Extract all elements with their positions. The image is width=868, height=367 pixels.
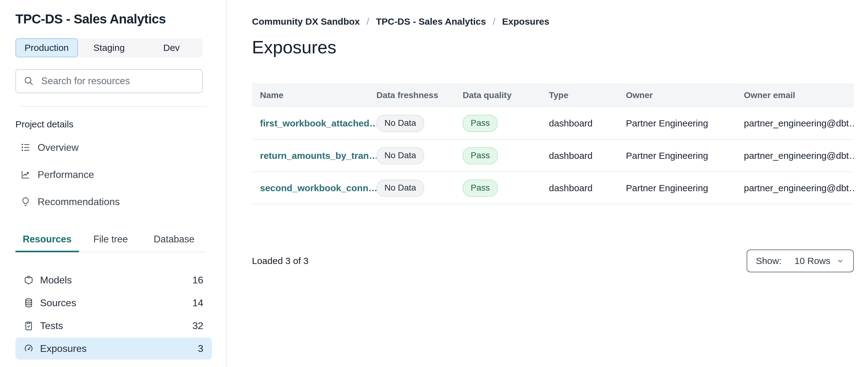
gauge-icon bbox=[23, 343, 34, 354]
type-cell: dashboard bbox=[549, 118, 626, 129]
owner-cell: Partner Engineering bbox=[626, 183, 744, 193]
rows-per-page-dropdown[interactable]: Show: 10 Rows bbox=[747, 250, 854, 272]
table-header-row: Name Data freshness Data quality Type Ow… bbox=[252, 83, 854, 107]
sidebar-item-label: Overview bbox=[38, 142, 79, 153]
owner-email-cell: partner_engineering@dbt… bbox=[744, 183, 854, 193]
sidebar: TPC-DS - Sales Analytics Production Stag… bbox=[0, 0, 227, 367]
project-nav: Overview Performance Recommendations bbox=[16, 134, 212, 215]
package-icon bbox=[23, 275, 34, 285]
breadcrumb: Community DX Sandbox / TPC-DS - Sales An… bbox=[252, 16, 854, 28]
resource-label: Tests bbox=[40, 320, 63, 332]
breadcrumb-project[interactable]: TPC-DS - Sales Analytics bbox=[376, 16, 486, 28]
resource-list: Models 16 Sources 14 Tests 32 bbox=[16, 269, 212, 367]
show-label: Show: bbox=[756, 256, 781, 266]
clipboard-check-icon bbox=[23, 320, 34, 331]
tab-label: Database bbox=[154, 234, 195, 245]
resource-label: Exposures bbox=[40, 343, 87, 355]
column-header-type: Type bbox=[549, 90, 626, 100]
tab-file-tree[interactable]: File tree bbox=[79, 229, 142, 252]
resource-search bbox=[16, 69, 203, 93]
sidebar-item-tests[interactable]: Tests 32 bbox=[16, 315, 212, 337]
sidebar-item-models[interactable]: Models 16 bbox=[16, 269, 212, 291]
search-input[interactable] bbox=[41, 75, 195, 87]
breadcrumb-account[interactable]: Community DX Sandbox bbox=[252, 16, 360, 28]
env-tab-dev[interactable]: Dev bbox=[140, 38, 203, 57]
owner-email-cell: partner_engineering@dbt… bbox=[744, 150, 854, 161]
data-freshness-badge: No Data bbox=[376, 115, 424, 132]
main-content: Community DX Sandbox / TPC-DS - Sales An… bbox=[227, 0, 868, 367]
env-tab-production[interactable]: Production bbox=[16, 38, 78, 57]
env-tab-label: Staging bbox=[93, 43, 125, 53]
environment-tabs: Production Staging Dev bbox=[16, 38, 203, 57]
type-cell: dashboard bbox=[549, 183, 626, 193]
table-row: second_workbook_conn… No Data Pass dashb… bbox=[252, 172, 854, 204]
sidebar-item-sources[interactable]: Sources 14 bbox=[16, 292, 212, 314]
sidebar-item-overview[interactable]: Overview bbox=[16, 134, 212, 161]
breadcrumb-current: Exposures bbox=[502, 16, 549, 28]
column-header-data-quality: Data quality bbox=[463, 90, 549, 100]
sidebar-item-label: Recommendations bbox=[38, 196, 120, 207]
table-footer: Loaded 3 of 3 Show: 10 Rows bbox=[252, 250, 854, 272]
env-tab-label: Production bbox=[25, 43, 69, 53]
search-icon bbox=[23, 76, 34, 87]
exposure-name-link[interactable]: return_amounts_by_tran… bbox=[260, 150, 376, 161]
sidebar-item-label: Performance bbox=[38, 169, 94, 180]
column-header-name: Name bbox=[260, 90, 376, 100]
database-icon bbox=[23, 298, 34, 308]
data-quality-badge: Pass bbox=[463, 179, 498, 197]
table-row: first_workbook_attached… No Data Pass da… bbox=[252, 107, 854, 140]
sidebar-divider bbox=[20, 106, 207, 107]
list-icon bbox=[20, 142, 31, 153]
resource-label: Sources bbox=[40, 297, 76, 309]
page-title: Exposures bbox=[252, 36, 854, 58]
sidebar-item-exposures[interactable]: Exposures 3 bbox=[16, 337, 212, 360]
sidebar-item-performance[interactable]: Performance bbox=[16, 161, 212, 188]
tab-label: Resources bbox=[23, 234, 72, 245]
column-header-owner-email: Owner email bbox=[744, 90, 854, 100]
loaded-status: Loaded 3 of 3 bbox=[252, 256, 309, 266]
sidebar-item-recommendations[interactable]: Recommendations bbox=[16, 188, 212, 215]
column-header-owner: Owner bbox=[626, 90, 744, 100]
owner-email-cell: partner_engineering@dbt… bbox=[744, 118, 854, 129]
exposures-table: Name Data freshness Data quality Type Ow… bbox=[252, 83, 854, 204]
resource-count: 16 bbox=[192, 275, 203, 286]
sidebar-item-clipped[interactable] bbox=[16, 360, 212, 367]
project-title: TPC-DS - Sales Analytics bbox=[16, 11, 212, 27]
chevron-down-icon bbox=[836, 257, 845, 265]
line-chart-icon bbox=[20, 169, 31, 180]
project-details-label: Project details bbox=[16, 118, 212, 130]
exposure-name-link[interactable]: second_workbook_conn… bbox=[260, 183, 376, 193]
breadcrumb-separator: / bbox=[493, 16, 495, 28]
tab-label: File tree bbox=[93, 234, 128, 245]
table-row: return_amounts_by_tran… No Data Pass das… bbox=[252, 140, 854, 172]
data-freshness-badge: No Data bbox=[376, 179, 424, 197]
env-tab-label: Dev bbox=[163, 43, 180, 53]
lightbulb-icon bbox=[20, 196, 31, 207]
resource-count: 14 bbox=[192, 297, 203, 309]
breadcrumb-separator: / bbox=[367, 16, 369, 28]
column-header-data-freshness: Data freshness bbox=[376, 90, 463, 100]
data-freshness-badge: No Data bbox=[376, 147, 424, 164]
tab-database[interactable]: Database bbox=[142, 229, 206, 252]
resource-label: Models bbox=[40, 275, 72, 286]
resource-count: 32 bbox=[192, 320, 203, 332]
type-cell: dashboard bbox=[549, 150, 626, 161]
owner-cell: Partner Engineering bbox=[626, 150, 744, 161]
resource-tabs: Resources File tree Database bbox=[16, 229, 206, 252]
tab-resources[interactable]: Resources bbox=[16, 229, 79, 252]
data-quality-badge: Pass bbox=[463, 115, 498, 132]
owner-cell: Partner Engineering bbox=[626, 118, 744, 129]
show-value: 10 Rows bbox=[795, 256, 830, 266]
exposure-name-link[interactable]: first_workbook_attached… bbox=[260, 118, 376, 128]
env-tab-staging[interactable]: Staging bbox=[78, 38, 141, 57]
data-quality-badge: Pass bbox=[463, 147, 498, 164]
resource-count: 3 bbox=[198, 343, 203, 355]
